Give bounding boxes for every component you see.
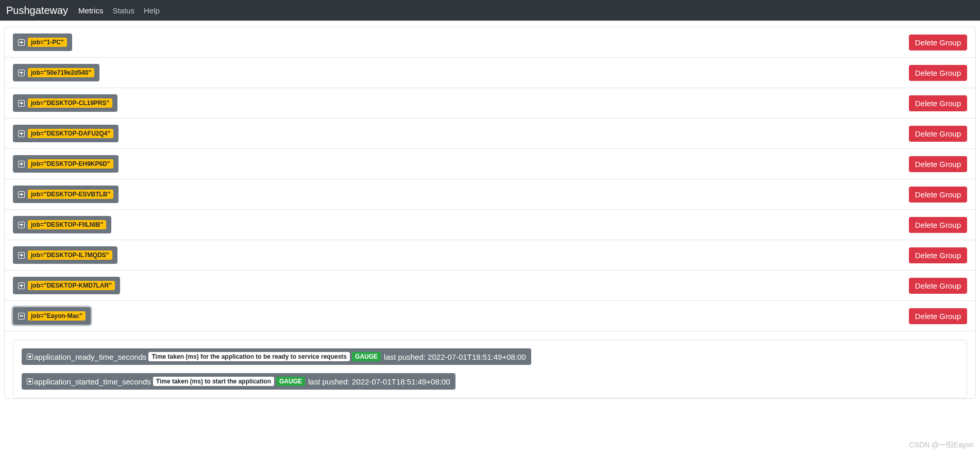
plus-icon xyxy=(18,39,25,46)
expand-group-button[interactable]: job="1-PC" xyxy=(13,33,72,51)
main-container: job="1-PC" Delete Group job="50e719e2d54… xyxy=(0,21,980,409)
nav-link-status[interactable]: Status xyxy=(112,6,134,15)
delete-group-button[interactable]: Delete Group xyxy=(909,278,967,294)
delete-group-button[interactable]: Delete Group xyxy=(909,217,967,233)
nav-link-help[interactable]: Help xyxy=(144,6,160,15)
group-row: job="50e719e2d540" Delete Group xyxy=(5,58,975,88)
job-badge: job="DESKTOP-EH9KP6D" xyxy=(28,159,113,169)
metric-last-pushed: last pushed: 2022-07-01T18:51:49+08:00 xyxy=(384,353,526,361)
expand-group-button[interactable]: job="DESKTOP-IL7MQDS" xyxy=(13,246,117,264)
plus-icon xyxy=(18,191,25,198)
group-row: job="DESKTOP-CL19PRS" Delete Group xyxy=(5,88,975,119)
delete-group-button[interactable]: Delete Group xyxy=(909,156,967,172)
metrics-panel: application_ready_time_seconds Time take… xyxy=(13,340,967,398)
job-badge: job="DESKTOP-CL19PRS" xyxy=(28,98,112,108)
metric-help-badge: Time taken (ms) for the application to b… xyxy=(148,352,350,361)
delete-group-button[interactable]: Delete Group xyxy=(909,65,967,81)
plus-icon xyxy=(18,252,25,259)
expand-group-button[interactable]: job="DESKTOP-ESVBTLB" xyxy=(13,186,119,203)
expand-group-button[interactable]: job="DESKTOP-EH9KP6D" xyxy=(13,155,119,173)
metric-name: application_started_time_seconds xyxy=(34,377,151,386)
metric-last-pushed: last pushed: 2022-07-01T18:51:49+08:00 xyxy=(308,377,450,386)
plus-icon xyxy=(27,354,33,360)
expand-metric-button[interactable]: application_ready_time_seconds Time take… xyxy=(22,348,531,365)
job-badge: job="DESKTOP-ESVBTLB" xyxy=(28,190,113,199)
metric-row: application_ready_time_seconds Time take… xyxy=(22,348,958,365)
job-badge: job="1-PC" xyxy=(28,38,67,47)
plus-icon xyxy=(18,100,25,107)
metric-help-badge: Time taken (ms) to start the application xyxy=(153,377,274,386)
job-badge: job="DESKTOP-DAFU2Q4" xyxy=(28,129,113,138)
navbar-brand[interactable]: Pushgateway xyxy=(6,5,68,16)
expand-group-button[interactable]: job="DESKTOP-KMD7LAR" xyxy=(13,277,120,294)
delete-group-button[interactable]: Delete Group xyxy=(909,247,967,263)
job-badge: job="DESKTOP-KMD7LAR" xyxy=(28,281,115,290)
expand-group-button[interactable]: job="DESKTOP-CL19PRS" xyxy=(13,94,117,112)
job-badge: job="DESKTOP-FIILNIB" xyxy=(28,220,106,229)
nav-link-metrics[interactable]: Metrics xyxy=(78,6,103,15)
delete-group-button[interactable]: Delete Group xyxy=(909,35,967,51)
metric-row: application_started_time_seconds Time ta… xyxy=(22,373,958,390)
group-row: job="DESKTOP-IL7MQDS" Delete Group xyxy=(5,240,975,271)
expand-group-button[interactable]: job="50e719e2d540" xyxy=(13,64,99,81)
expand-group-button[interactable]: job="Eayon-Mac" xyxy=(13,307,91,325)
group-row: job="DESKTOP-ESVBTLB" Delete Group xyxy=(5,179,975,210)
job-badge: job="50e719e2d540" xyxy=(28,68,94,77)
plus-icon xyxy=(27,378,33,384)
delete-group-button[interactable]: Delete Group xyxy=(909,95,967,111)
plus-icon xyxy=(18,282,25,289)
plus-icon xyxy=(18,130,25,137)
group-row: job="1-PC" Delete Group xyxy=(5,27,975,58)
group-row: job="DESKTOP-FIILNIB" Delete Group xyxy=(5,210,975,240)
group-row: job="DESKTOP-EH9KP6D" Delete Group xyxy=(5,149,975,179)
delete-group-button[interactable]: Delete Group xyxy=(909,308,967,324)
plus-icon xyxy=(18,222,25,228)
job-badge: job="Eayon-Mac" xyxy=(28,311,86,321)
group-row: job="Eayon-Mac" Delete Group xyxy=(5,301,975,331)
expand-group-button[interactable]: job="DESKTOP-DAFU2Q4" xyxy=(13,125,119,142)
delete-group-button[interactable]: Delete Group xyxy=(909,187,967,203)
plus-icon xyxy=(18,161,25,167)
metric-type-badge: GAUGE xyxy=(352,352,381,361)
minus-icon xyxy=(18,313,25,320)
plus-icon xyxy=(18,70,25,76)
metric-type-badge: GAUGE xyxy=(276,377,305,386)
delete-group-button[interactable]: Delete Group xyxy=(909,126,967,142)
navbar: Pushgateway Metrics Status Help xyxy=(0,0,980,21)
group-row: job="DESKTOP-KMD7LAR" Delete Group xyxy=(5,271,975,301)
expand-metric-button[interactable]: application_started_time_seconds Time ta… xyxy=(22,373,455,390)
metric-name: application_ready_time_seconds xyxy=(34,353,146,361)
job-badge: job="DESKTOP-IL7MQDS" xyxy=(28,250,112,260)
group-row: job="DESKTOP-DAFU2Q4" Delete Group xyxy=(5,119,975,149)
expand-group-button[interactable]: job="DESKTOP-FIILNIB" xyxy=(13,216,111,233)
groups-card: job="1-PC" Delete Group job="50e719e2d54… xyxy=(4,27,976,399)
